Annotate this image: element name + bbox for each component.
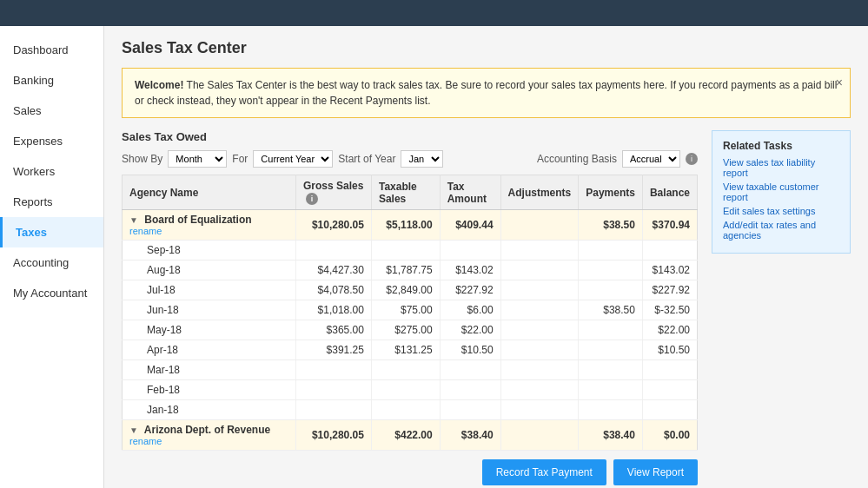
- month-tax: [440, 241, 500, 260]
- sidebar-item-banking[interactable]: Banking: [0, 65, 103, 96]
- month-adj: [500, 400, 579, 420]
- rename-link[interactable]: rename: [129, 226, 288, 236]
- sidebar-item-expenses[interactable]: Expenses: [0, 126, 103, 156]
- agency-tax: $38.40: [440, 420, 500, 451]
- month-adj: [500, 380, 579, 400]
- info-icon[interactable]: i: [686, 153, 698, 165]
- month-tax: $6.00: [440, 300, 500, 320]
- view-report-button[interactable]: View Report: [613, 459, 698, 485]
- tax-owed-table: Agency Name Gross Sales i Taxable Sales …: [122, 175, 698, 451]
- gross-info-icon[interactable]: i: [306, 193, 318, 205]
- month-label: Apr-18: [123, 340, 296, 360]
- month-row: Aug-18 $4,427.30 $1,787.75 $143.02 $143.…: [123, 260, 698, 280]
- agency-name-cell: ▼ Arizona Dept. of Revenue rename: [123, 420, 296, 451]
- month-bal: [642, 400, 697, 420]
- related-task-link[interactable]: View taxable customer report: [723, 181, 839, 202]
- month-gross: [296, 360, 372, 380]
- month-taxable: $275.00: [371, 320, 440, 340]
- agency-adj: [500, 210, 579, 241]
- filter-bar: Show By Month Quarter For Current Year L…: [122, 150, 698, 168]
- sidebar-item-dashboard[interactable]: Dashboard: [0, 35, 103, 65]
- month-adj: [500, 241, 579, 260]
- agency-adj: [500, 420, 579, 451]
- sidebar-item-taxes[interactable]: Taxes: [0, 217, 103, 247]
- month-gross: $4,078.50: [296, 280, 372, 300]
- col-header-tax: Tax Amount: [440, 175, 500, 210]
- month-pay: [579, 360, 643, 380]
- sidebar-item-workers[interactable]: Workers: [0, 156, 103, 187]
- agency-row: ▼ Board of Equalization rename $10,280.0…: [123, 210, 698, 241]
- month-tax: [440, 400, 500, 420]
- related-task-link[interactable]: Add/edit tax rates and agencies: [723, 220, 839, 241]
- sidebar-item-my-accountant[interactable]: My Accountant: [0, 278, 103, 308]
- month-row: Jun-18 $1,018.00 $75.00 $6.00 $38.50 $-3…: [123, 300, 698, 320]
- month-bal: [642, 380, 697, 400]
- content-area: Sales Tax Center × Welcome! The Sales Ta…: [104, 26, 868, 488]
- expand-icon[interactable]: ▼: [129, 215, 138, 225]
- month-pay: $38.50: [579, 300, 643, 320]
- sidebar-item-accounting[interactable]: Accounting: [0, 247, 103, 278]
- month-pay: [579, 340, 643, 360]
- month-label: May-18: [123, 320, 296, 340]
- action-buttons: Record Tax Payment View Report: [122, 459, 698, 485]
- page-title: Sales Tax Center: [122, 39, 851, 57]
- month-label: Jul-18: [123, 280, 296, 300]
- month-bal: $10.50: [642, 340, 697, 360]
- month-pay: [579, 380, 643, 400]
- agency-pay: $38.50: [579, 210, 643, 241]
- month-adj: [500, 340, 579, 360]
- month-gross: $391.25: [296, 340, 372, 360]
- month-label: Mar-18: [123, 360, 296, 380]
- month-adj: [500, 300, 579, 320]
- month-label: Jan-18: [123, 400, 296, 420]
- agency-gross: $10,280.05: [296, 210, 372, 241]
- sidebar-item-reports[interactable]: Reports: [0, 187, 103, 217]
- month-taxable: [371, 360, 440, 380]
- month-tax: $22.00: [440, 320, 500, 340]
- month-label: Jun-18: [123, 300, 296, 320]
- month-row: Sep-18: [123, 241, 698, 260]
- month-row: Mar-18: [123, 360, 698, 380]
- month-tax: $10.50: [440, 340, 500, 360]
- main-panel: Sales Tax Owed Show By Month Quarter For…: [122, 130, 698, 488]
- month-tax: [440, 360, 500, 380]
- month-row: May-18 $365.00 $275.00 $22.00 $22.00: [123, 320, 698, 340]
- col-header-payments: Payments: [579, 175, 643, 210]
- col-header-adjustments: Adjustments: [500, 175, 579, 210]
- month-gross: $1,018.00: [296, 300, 372, 320]
- record-payment-button[interactable]: Record Tax Payment: [482, 459, 606, 485]
- month-pay: [579, 241, 643, 260]
- month-row: Feb-18: [123, 380, 698, 400]
- month-gross: [296, 400, 372, 420]
- sidebar-item-sales[interactable]: Sales: [0, 96, 103, 126]
- close-icon[interactable]: ×: [836, 74, 843, 92]
- accounting-basis-select[interactable]: Accrual Cash: [622, 150, 680, 168]
- month-label: Sep-18: [123, 241, 296, 260]
- start-of-year-select[interactable]: Jan Feb: [401, 150, 443, 168]
- agency-bal: $0.00: [642, 420, 697, 451]
- month-adj: [500, 280, 579, 300]
- agency-gross: $10,280.05: [296, 420, 372, 451]
- month-taxable: [371, 380, 440, 400]
- month-tax: $227.92: [440, 280, 500, 300]
- show-by-select[interactable]: Month Quarter: [168, 150, 227, 168]
- side-panel: Related Tasks View sales tax liability r…: [712, 130, 851, 488]
- agency-tax: $409.44: [440, 210, 500, 241]
- month-pay: [579, 280, 643, 300]
- for-select[interactable]: Current Year Last Year: [253, 150, 333, 168]
- related-tasks: Related Tasks View sales tax liability r…: [712, 130, 851, 254]
- month-bal: $-32.50: [642, 300, 697, 320]
- month-gross: [296, 380, 372, 400]
- agency-taxable: $5,118.00: [371, 210, 440, 241]
- expand-icon[interactable]: ▼: [129, 425, 138, 435]
- month-row: Jan-18: [123, 400, 698, 420]
- agency-pay: $38.40: [579, 420, 643, 451]
- month-row: Apr-18 $391.25 $131.25 $10.50 $10.50: [123, 340, 698, 360]
- month-gross: $365.00: [296, 320, 372, 340]
- start-of-year-label: Start of Year: [338, 153, 395, 165]
- related-task-link[interactable]: View sales tax liability report: [723, 157, 839, 178]
- related-tasks-title: Related Tasks: [723, 140, 839, 152]
- rename-link[interactable]: rename: [129, 436, 288, 446]
- agency-taxable: $422.00: [371, 420, 440, 451]
- related-task-link[interactable]: Edit sales tax settings: [723, 206, 839, 216]
